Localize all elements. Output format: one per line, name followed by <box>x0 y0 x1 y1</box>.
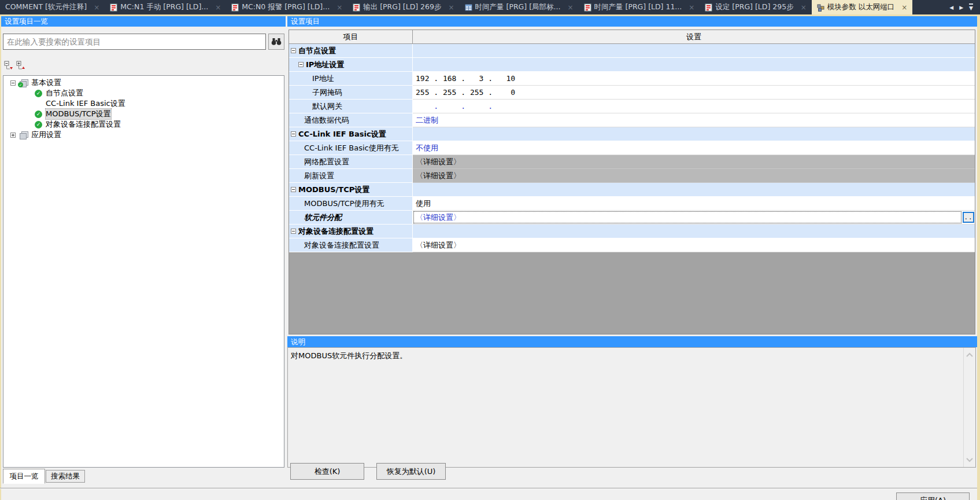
setting-cell <box>413 127 975 141</box>
close-icon[interactable]: × <box>215 3 221 12</box>
table-row-group[interactable]: CC-Link IEF Basic设置 <box>289 127 975 141</box>
table-row[interactable]: 对象设备连接配置设置 〈详细设置〉 <box>289 238 975 252</box>
collapse-expander-icon[interactable] <box>291 187 296 192</box>
close-icon[interactable]: × <box>94 3 99 12</box>
scroll-up-icon[interactable] <box>966 352 974 358</box>
ladder-program-icon <box>584 3 591 12</box>
setting-cell <box>413 225 975 238</box>
refresh-setting-cell[interactable]: 〈详细设置〉 <box>413 169 975 183</box>
ladder-program-icon <box>110 3 117 12</box>
tree-item-basic-settings[interactable]: ✓ 基本设置 <box>3 78 284 88</box>
table-row-group[interactable]: IP地址设置 <box>289 58 975 72</box>
tab-item-list[interactable]: 项目一览 <box>3 469 45 484</box>
collapse-expander-icon[interactable] <box>291 48 296 53</box>
tab-mc-n1-manual[interactable]: MC:N1 手动 [PRG] [LD]... × <box>105 0 226 14</box>
expand-expander-icon[interactable] <box>10 133 16 138</box>
restore-default-button[interactable]: 恢复为默认(U) <box>376 463 446 480</box>
search-input[interactable] <box>3 34 266 50</box>
close-icon[interactable]: × <box>567 3 573 12</box>
tab-mc-n0-alarm[interactable]: MC:N0 报警 [PRG] [LD]... × <box>226 0 347 14</box>
module-parameter-icon <box>817 3 824 12</box>
tab-hourly-output-label[interactable]: 时间产量 [PRG] [局部标... × <box>460 0 579 14</box>
collapse-expander-icon[interactable] <box>291 229 296 234</box>
tree-item-own-node[interactable]: ✓ 自节点设置 <box>3 88 284 98</box>
folder-icon <box>19 131 28 139</box>
check-icon: ✓ <box>35 121 42 128</box>
check-icon: ✓ <box>35 90 42 97</box>
collapse-all-icon[interactable] <box>4 60 14 71</box>
collapse-expander-icon[interactable] <box>298 62 304 67</box>
binoculars-icon <box>271 38 282 46</box>
tab-setting[interactable]: 设定 [PRG] [LD] 295步 × <box>700 0 811 14</box>
tab-label: 输出 [PRG] [LD] 269步 <box>363 2 441 12</box>
target-device-config-cell[interactable]: 〈详细设置〉 <box>413 238 975 252</box>
setting-cell <box>413 183 975 197</box>
table-row[interactable]: 刷新设置 〈详细设置〉 <box>289 169 975 183</box>
search-button[interactable] <box>268 34 284 50</box>
table-row[interactable]: 默认网关 . . . <box>289 100 975 113</box>
description-text: 对MODBUS软元件执行分配设置。 <box>291 351 407 361</box>
table-row[interactable]: 网络配置设置 〈详细设置〉 <box>289 155 975 169</box>
network-config-cell[interactable]: 〈详细设置〉 <box>413 155 975 169</box>
local-label-icon <box>465 3 472 12</box>
table-row[interactable]: 通信数据代码 二进制 <box>289 113 975 127</box>
collapse-expander-icon[interactable] <box>291 131 296 137</box>
tab-comment[interactable]: COMMENT [软元件注释] × <box>0 0 105 14</box>
setting-cell <box>413 44 975 58</box>
ladder-program-icon <box>231 3 239 12</box>
tab-output[interactable]: 输出 [PRG] [LD] 269步 × <box>347 0 459 14</box>
description-header: 说明 <box>287 336 977 347</box>
close-icon[interactable]: × <box>448 3 454 12</box>
scroll-tabs-right-icon[interactable]: ▶ <box>959 5 963 10</box>
ladder-program-icon <box>353 3 360 12</box>
description-scrollbar[interactable] <box>963 348 975 467</box>
detail-setting-button[interactable]: .. <box>963 212 974 223</box>
cclink-use-cell[interactable]: 不使用 <box>413 141 975 155</box>
tree-item-cclink-ief-basic[interactable]: CC-Link IEF Basic设置 <box>3 98 284 109</box>
close-icon[interactable]: × <box>336 3 342 12</box>
scroll-down-icon[interactable] <box>966 457 974 462</box>
table-row[interactable]: CC-Link IEF Basic使用有无 不使用 <box>289 141 975 155</box>
scroll-tabs-left-icon[interactable]: ◀ <box>949 5 953 10</box>
document-tab-bar: COMMENT [软元件注释] × MC:N1 手动 [PRG] [LD]...… <box>0 0 980 14</box>
tab-search-result[interactable]: 搜索结果 <box>46 470 85 483</box>
tab-list-dropdown-icon[interactable]: ▼ <box>969 3 973 11</box>
device-assignment-cell[interactable]: 〈详细设置〉 .. <box>413 211 975 225</box>
tab-label: 时间产量 [PRG] [局部标... <box>475 2 561 12</box>
apply-button[interactable]: 应用(A) <box>896 492 970 500</box>
modbus-use-cell[interactable]: 使用 <box>413 197 975 211</box>
close-icon[interactable]: × <box>901 3 907 12</box>
ladder-program-icon <box>705 3 712 12</box>
settings-table: 项目 设置 自节点设置 IP地址设置 IP地址 192 . 168 . 3 . … <box>289 30 975 334</box>
tab-hourly-output-ld[interactable]: 时间产量 [PRG] [LD] 11... × <box>579 0 700 14</box>
subnet-mask-cell[interactable]: 255 . 255 . 255 . 0 <box>413 86 975 100</box>
column-header-setting: 设置 <box>413 30 975 43</box>
collapse-expander-icon[interactable] <box>10 80 16 86</box>
tab-label: MC:N1 手动 [PRG] [LD]... <box>120 2 208 12</box>
table-header-row: 项目 设置 <box>289 30 975 44</box>
tree-item-target-device-connection[interactable]: ✓ 对象设备连接配置设置 <box>3 119 284 130</box>
description-panel: 对MODBUS软元件执行分配设置。 <box>287 347 976 468</box>
table-row-group[interactable]: MODBUS/TCP设置 <box>289 183 975 197</box>
close-icon[interactable]: × <box>801 3 807 12</box>
setting-item-tree: ✓ 基本设置 ✓ 自节点设置 CC-Link IEF Basic设置 ✓ MOD… <box>3 75 284 468</box>
tab-module-parameter-ethernet[interactable]: 模块参数 以太网端口 × <box>812 0 913 14</box>
folder-check-icon: ✓ <box>19 79 28 87</box>
table-row[interactable]: 子网掩码 255 . 255 . 255 . 0 <box>289 86 975 100</box>
table-row-selected[interactable]: 软元件分配 〈详细设置〉 .. <box>289 211 975 225</box>
ip-address-cell[interactable]: 192 . 168 . 3 . 10 <box>413 72 975 86</box>
table-row[interactable]: IP地址 192 . 168 . 3 . 10 <box>289 72 975 86</box>
table-row-group[interactable]: 对象设备连接配置设置 <box>289 225 975 238</box>
comm-data-code-cell[interactable]: 二进制 <box>413 113 975 127</box>
setting-cell <box>413 58 975 72</box>
table-row-group[interactable]: 自节点设置 <box>289 44 975 58</box>
tab-label: MC:N0 报警 [PRG] [LD]... <box>242 2 330 12</box>
check-button[interactable]: 检查(K) <box>290 463 364 480</box>
default-gateway-cell[interactable]: . . . <box>413 100 975 113</box>
close-icon[interactable]: × <box>689 3 694 12</box>
tree-item-modbus-tcp[interactable]: ✓ MODBUS/TCP设置 <box>3 109 284 119</box>
expand-all-icon[interactable] <box>16 60 27 71</box>
table-row[interactable]: MODBUS/TCP使用有无 使用 <box>289 197 975 211</box>
check-icon: ✓ <box>35 111 42 118</box>
tree-item-application-settings[interactable]: 应用设置 <box>3 130 284 140</box>
